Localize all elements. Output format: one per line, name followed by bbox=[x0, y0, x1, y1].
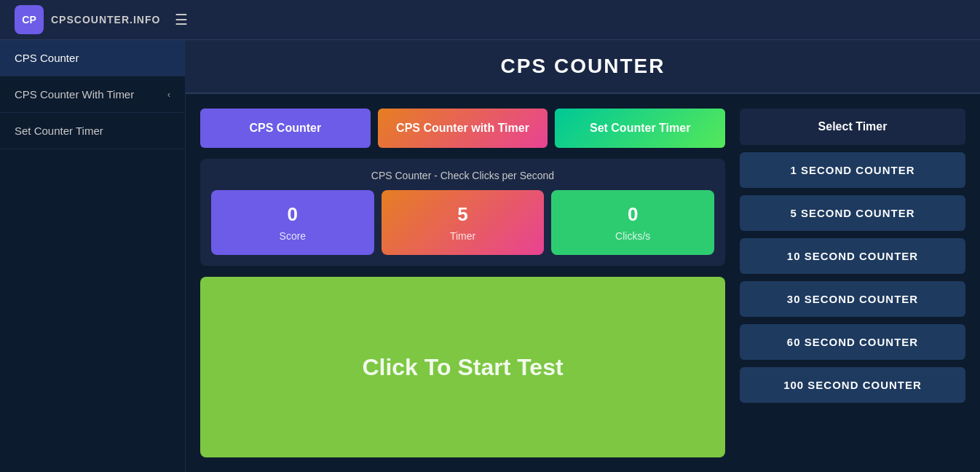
topbar: CP CPSCOUNTER.INFO ☰ bbox=[0, 0, 980, 40]
timer-select-title: Select Timer bbox=[740, 109, 965, 145]
timer-btn-30s[interactable]: 30 SECOND COUNTER bbox=[740, 281, 965, 317]
timer-btn-60s[interactable]: 60 SECOND COUNTER bbox=[740, 324, 965, 360]
main-content: CPS COUNTER CPS Counter CPS Counter with… bbox=[186, 40, 980, 472]
score-boxes: 0 Score 5 Timer 0 Clicks/s bbox=[211, 190, 714, 255]
timer-btn-5s[interactable]: 5 SECOND COUNTER bbox=[740, 195, 965, 231]
sidebar: CPS Counter CPS Counter With Timer ‹ Set… bbox=[0, 40, 186, 472]
timer-label: Timer bbox=[450, 230, 475, 242]
score-box-score: 0 Score bbox=[211, 190, 374, 255]
score-label: Score bbox=[280, 230, 307, 242]
score-section-title: CPS Counter - Check Clicks per Second bbox=[211, 170, 714, 181]
hamburger-icon[interactable]: ☰ bbox=[175, 11, 188, 28]
tab-cps-counter[interactable]: CPS Counter bbox=[200, 109, 371, 148]
right-panel: Select Timer 1 SECOND COUNTER 5 SECOND C… bbox=[740, 109, 965, 457]
score-section: CPS Counter - Check Clicks per Second 0 … bbox=[200, 159, 725, 266]
clicks-value: 0 bbox=[628, 203, 638, 226]
sidebar-item-cps-timer[interactable]: CPS Counter With Timer ‹ bbox=[0, 76, 185, 113]
tab-set-timer[interactable]: Set Counter Timer bbox=[555, 109, 725, 148]
click-area[interactable]: Click To Start Test bbox=[200, 277, 725, 457]
clicks-label: Clicks/s bbox=[615, 230, 650, 242]
logo-text: CPSCOUNTER.INFO bbox=[51, 14, 160, 25]
layout: CPS Counter CPS Counter With Timer ‹ Set… bbox=[0, 40, 980, 472]
click-area-text: Click To Start Test bbox=[362, 354, 563, 381]
sidebar-item-set-timer[interactable]: Set Counter Timer bbox=[0, 113, 185, 149]
nav-tabs: CPS Counter CPS Counter with Timer Set C… bbox=[200, 109, 725, 148]
timer-btn-10s[interactable]: 10 SECOND COUNTER bbox=[740, 238, 965, 274]
content-area: CPS Counter CPS Counter with Timer Set C… bbox=[186, 94, 980, 472]
chevron-icon: ‹ bbox=[167, 90, 170, 100]
score-box-clicks: 0 Clicks/s bbox=[551, 190, 714, 255]
score-box-timer: 5 Timer bbox=[382, 190, 545, 255]
sidebar-item-cps-counter[interactable]: CPS Counter bbox=[0, 40, 185, 76]
tab-cps-timer[interactable]: CPS Counter with Timer bbox=[378, 109, 548, 148]
left-panel: CPS Counter CPS Counter with Timer Set C… bbox=[200, 109, 725, 457]
page-title-bar: CPS COUNTER bbox=[186, 40, 980, 94]
score-value: 0 bbox=[288, 203, 298, 226]
logo: CP CPSCOUNTER.INFO bbox=[15, 5, 160, 34]
logo-icon: CP bbox=[15, 5, 44, 34]
timer-value: 5 bbox=[457, 203, 467, 226]
page-title: CPS COUNTER bbox=[200, 55, 965, 78]
timer-btn-1s[interactable]: 1 SECOND COUNTER bbox=[740, 152, 965, 188]
timer-btn-100s[interactable]: 100 SECOND COUNTER bbox=[740, 367, 965, 403]
